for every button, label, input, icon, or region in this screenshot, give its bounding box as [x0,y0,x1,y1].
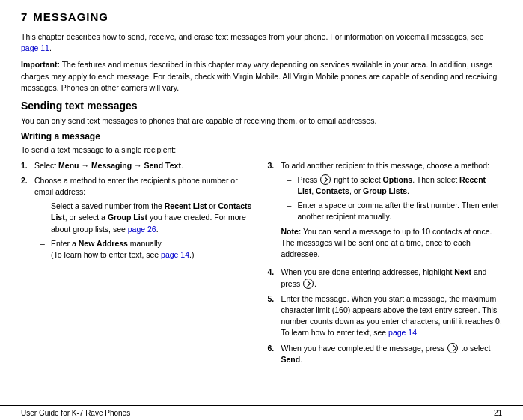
left-column: 1. Select Menu → Messaging → Send Text. … [21,160,256,370]
chapter-number: 7 [21,10,27,23]
step-5: 5. Enter the message. When you start a m… [268,293,503,339]
right-steps-list: 3. To add another recipient to this mess… [268,160,503,366]
section1-text: You can only send text messages to phone… [21,115,502,127]
step-5-number: 5. [268,293,278,339]
step-5-page14-link[interactable]: page 14 [388,328,417,337]
step-2-bullet-2-text: Enter a New Address manually.(To learn h… [51,238,194,261]
step-2-page14-link[interactable]: page 14 [161,250,189,259]
page-footer: User Guide for K-7 Rave Phones 21 [0,405,523,420]
step-4-content: When you are done entering addresses, hi… [281,267,503,289]
step-2: 2. Choose a method to enter the recipien… [21,175,256,264]
ok-icon [303,279,314,289]
page-number: 21 [494,409,502,417]
step-2-page26-link[interactable]: page 26 [128,225,156,234]
step-3-number: 3. [268,160,278,264]
step-4: 4. When you are done entering addresses,… [268,267,503,289]
step-2-bullet-1: – Select a saved number from the Recent … [34,201,256,235]
step-2-number: 2. [21,175,31,264]
two-column-layout: 1. Select Menu → Messaging → Send Text. … [21,160,502,370]
right-column: 3. To add another recipient to this mess… [268,160,503,370]
step-1: 1. Select Menu → Messaging → Send Text. [21,160,256,171]
step-3-bullet-1-text: Press right to select Options. Then sele… [298,174,503,197]
step-4-number: 4. [268,267,278,289]
step-2-bullet-2: – Enter a New Address manually.(To learn… [34,238,256,261]
step-6-number: 6. [268,343,278,365]
note-label: Note: [281,227,302,236]
step-3-content: To add another recipient to this message… [281,160,503,264]
step-2-bullets: – Select a saved number from the Recent … [34,201,256,261]
chapter-title: Messaging [33,10,108,23]
intro-text: This chapter describes how to send, rece… [21,32,484,41]
step-3-bullets: – Press right to select Options. Then se… [281,174,503,223]
intro-link[interactable]: page 11 [21,43,49,52]
intro-text-after: . [49,43,52,52]
important-block: Important: The features and menus descri… [21,59,502,94]
step-3-bullet-2: – Enter a space or comma after the first… [281,200,503,222]
section1-heading: Sending text messages [21,100,502,112]
intro-paragraph: This chapter describes how to send, rece… [21,31,502,54]
step-3-note: Note: You can send a message to up to 10… [281,226,503,261]
chapter-header: 7 Messaging [21,10,502,25]
important-label: Important: [21,60,60,69]
section2-intro: To send a text message to a single recip… [21,144,502,156]
step-5-content: Enter the message. When you start a mess… [281,293,503,339]
step-1-messaging: Messaging [91,161,132,170]
step-6-content: When you have completed the message, pre… [281,343,503,365]
footer-left-text: User Guide for K-7 Rave Phones [21,409,130,417]
send-icon [447,343,458,353]
step-1-content: Select Menu → Messaging → Send Text. [34,160,256,171]
left-steps-list: 1. Select Menu → Messaging → Send Text. … [21,160,256,264]
step-1-sendtext: Send Text [144,161,180,170]
right-arrow-icon [320,174,331,185]
section2-heading: Writing a message [21,131,502,141]
content-area: 7 Messaging This chapter describes how t… [0,0,523,405]
step-2-content: Choose a method to enter the recipient's… [34,175,256,264]
step-6: 6. When you have completed the message, … [268,343,503,365]
step-1-number: 1. [21,160,31,171]
step-2-bullet-1-text: Select a saved number from the Recent Li… [51,201,256,235]
step-3-bullet-2-text: Enter a space or comma after the first n… [298,200,503,222]
step-3-bullet-1: – Press right to select Options. Then se… [281,174,503,197]
important-text: The features and menus described in this… [21,60,497,91]
page-container: 7 Messaging This chapter describes how t… [0,0,523,420]
step-1-menu: Menu [58,161,79,170]
step-3: 3. To add another recipient to this mess… [268,160,503,264]
